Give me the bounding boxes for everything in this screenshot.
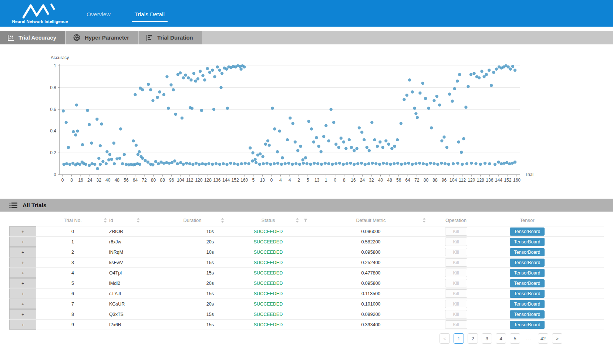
svg-text:0: 0 — [334, 178, 336, 183]
svg-text:32: 32 — [369, 178, 374, 183]
accuracy-chart-section: Accuracy 00.20.40.60.8108162432404856647… — [0, 44, 613, 199]
column-header-trial-no-[interactable]: Trial No. — [36, 215, 109, 226]
operation-cell: Kill — [435, 237, 477, 247]
expand-row-button[interactable]: + — [9, 320, 36, 330]
table-row: +6cTYJI15sSUCCEEDED0.113500KillTensorBoa… — [9, 289, 604, 299]
column-header-duration[interactable]: Duration — [155, 215, 229, 226]
spacer-cell — [577, 320, 604, 330]
sort-icon[interactable] — [422, 218, 426, 223]
svg-text:144: 144 — [495, 178, 502, 183]
expand-row-button[interactable]: + — [9, 268, 36, 278]
svg-text:136: 136 — [486, 178, 493, 183]
tensorboard-button[interactable]: TensorBoard — [510, 279, 545, 287]
svg-text:40: 40 — [378, 178, 383, 183]
trial-no-cell: 5 — [36, 278, 109, 288]
nni-logo: Neural Network Intelligence — [10, 3, 70, 24]
expand-row-button[interactable]: + — [9, 278, 36, 288]
svg-text:80: 80 — [151, 178, 156, 183]
tab-hyper-parameter[interactable]: Hyper Parameter — [66, 31, 138, 44]
tab-trial-accuracy[interactable]: Trial Accuracy — [0, 31, 65, 44]
svg-text:0.8: 0.8 — [50, 85, 56, 90]
expand-row-button[interactable]: + — [9, 226, 36, 236]
svg-text:1: 1 — [54, 63, 56, 68]
kill-button[interactable]: Kill — [445, 227, 467, 236]
prev-page-button[interactable]: < — [439, 333, 450, 344]
nni-app: Neural Network Intelligence Overview Tri… — [0, 0, 613, 364]
page-button-2[interactable]: 2 — [468, 333, 478, 344]
svg-text:1: 1 — [325, 178, 327, 183]
column-header-id[interactable]: Id — [109, 215, 155, 226]
next-page-button[interactable]: > — [552, 333, 562, 344]
column-header-label: Tensor — [520, 218, 534, 223]
svg-text:104: 104 — [449, 178, 457, 183]
kill-button[interactable]: Kill — [445, 279, 467, 287]
duration-cell: 10s — [155, 226, 229, 236]
page-button-1[interactable]: 1 — [454, 333, 464, 344]
tab-trial-duration[interactable]: Trial Duration — [139, 31, 202, 44]
svg-text:8: 8 — [343, 178, 346, 183]
sort-icon[interactable] — [221, 218, 224, 223]
tensorboard-button[interactable]: TensorBoard — [510, 300, 545, 308]
svg-text:48: 48 — [115, 178, 120, 183]
trial-id-cell: r6xJw — [109, 237, 155, 247]
column-header-status[interactable]: Status — [229, 215, 307, 226]
operation-cell: Kill — [435, 278, 477, 288]
default-metric-cell: 0.096000 — [307, 226, 435, 236]
kill-button[interactable]: Kill — [445, 237, 467, 246]
default-metric-cell: 0.101000 — [307, 299, 435, 309]
page-button-42[interactable]: 42 — [538, 333, 548, 344]
kill-button[interactable]: Kill — [445, 310, 467, 318]
tensorboard-button[interactable]: TensorBoard — [510, 259, 545, 267]
table-body: +0ZBIOB10sSUCCEEDED0.096000KillTensorBoa… — [9, 226, 604, 330]
tensorboard-button[interactable]: TensorBoard — [510, 228, 545, 236]
page-button-4[interactable]: 4 — [496, 333, 506, 344]
expand-row-button[interactable]: + — [9, 247, 36, 257]
kill-button[interactable]: Kill — [445, 258, 467, 267]
table-row: +9I2x6R15sSUCCEEDED0.393400KillTensorBoa… — [9, 320, 604, 330]
kill-button[interactable]: Kill — [445, 320, 467, 329]
expand-row-button[interactable]: + — [9, 237, 36, 247]
table-header-row: Trial No.IdDurationStatusDefault MetricO… — [9, 215, 604, 226]
kill-button[interactable]: Kill — [445, 248, 467, 256]
nav-overview[interactable]: Overview — [87, 11, 111, 22]
kill-button[interactable]: Kill — [445, 289, 467, 298]
tensorboard-button[interactable]: TensorBoard — [510, 290, 545, 298]
tensorboard-button[interactable]: TensorBoard — [510, 310, 545, 318]
tensorboard-button[interactable]: TensorBoard — [510, 321, 545, 329]
accuracy-scatter-chart[interactable]: 00.20.40.60.8108162432404856647280889610… — [46, 61, 542, 191]
svg-text:144: 144 — [222, 178, 230, 183]
svg-text:160: 160 — [240, 178, 248, 183]
kill-button[interactable]: Kill — [445, 269, 467, 277]
sort-icon[interactable] — [296, 218, 299, 223]
svg-text:88: 88 — [160, 178, 165, 183]
tensorboard-button[interactable]: TensorBoard — [510, 269, 545, 277]
svg-text:13: 13 — [314, 178, 320, 183]
nav-trials-detail[interactable]: Trials Detail — [132, 11, 168, 22]
status-cell: SUCCEEDED — [229, 226, 307, 236]
expand-row-button[interactable]: + — [9, 257, 36, 267]
page-button-3[interactable]: 3 — [482, 333, 492, 344]
tensorboard-button[interactable]: TensorBoard — [510, 248, 545, 256]
operation-cell: Kill — [435, 257, 477, 267]
expand-row-button[interactable]: + — [9, 299, 36, 309]
duration-cell: 20s — [155, 299, 229, 309]
status-cell: SUCCEEDED — [229, 268, 307, 278]
page-button-5[interactable]: 5 — [510, 333, 520, 344]
sort-icon[interactable] — [104, 218, 107, 223]
kill-button[interactable]: Kill — [445, 300, 467, 308]
expand-row-button[interactable]: + — [9, 289, 36, 299]
sort-icon[interactable] — [137, 218, 140, 223]
svg-text:48: 48 — [387, 178, 392, 183]
tensor-cell: TensorBoard — [477, 257, 577, 267]
main-nav: Overview Trials Detail — [87, 5, 168, 22]
expand-row-button[interactable]: + — [9, 309, 36, 319]
tensor-cell: TensorBoard — [477, 299, 577, 309]
svg-text:80: 80 — [424, 178, 429, 183]
pagination: <12345···42> — [439, 333, 562, 344]
status-cell: SUCCEEDED — [229, 237, 307, 247]
svg-text:160: 160 — [513, 178, 521, 183]
column-header-default-metric[interactable]: Default Metric — [307, 215, 435, 226]
trial-no-cell: 4 — [36, 268, 109, 278]
tensor-cell: TensorBoard — [477, 268, 577, 278]
tensorboard-button[interactable]: TensorBoard — [510, 238, 545, 246]
